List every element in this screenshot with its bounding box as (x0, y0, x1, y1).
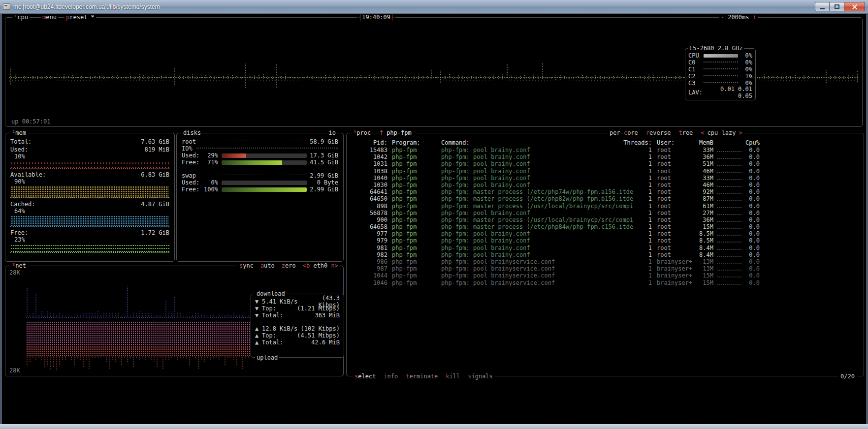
process-mem-meter (717, 175, 741, 180)
process-row[interactable]: 1044 php-fpm php-fpm: pool brainyservice… (347, 272, 864, 279)
net-upload-graph (26, 318, 252, 373)
download-arrow-icon: ▼ (255, 305, 262, 312)
cstate-meter (704, 75, 738, 76)
process-row[interactable]: 64658 php-fpm php-fpm: master process (/… (347, 223, 864, 230)
preset-button[interactable]: preset * (64, 14, 96, 21)
disk-used-row: Used:29% 17.3 GiB (182, 152, 338, 159)
tab-per-core[interactable]: per-core (610, 129, 638, 136)
swap-used-bar (222, 181, 307, 185)
maximize-icon (835, 4, 839, 9)
window-titlebar[interactable]: mc [root@ub24.itdeveloper.com.ua]:/lib/s… (0, 0, 868, 14)
process-filter-input[interactable]: fphp-fpm_ (378, 129, 417, 136)
process-mem-meter (717, 182, 741, 187)
upload-stat-row: ▲ Total: 42.6 MiB (255, 339, 340, 346)
process-row[interactable]: 64641 php-fpm php-fpm: master process (/… (347, 188, 864, 195)
info-button[interactable]: info (384, 373, 398, 380)
process-row[interactable]: 987 php-fpm php-fpm: pool brainyservice.… (347, 265, 864, 272)
tab-reverse[interactable]: reverse (646, 129, 671, 136)
process-row[interactable]: 986 php-fpm php-fpm: pool brainyservice.… (347, 258, 864, 265)
disk-free-row: Free:71% 41.5 GiB (182, 159, 338, 166)
disk-io-row: IO% (182, 145, 338, 152)
download-stat-row: ▼ 5.41 KiB/s (43.3 Kibps) (255, 298, 340, 305)
terminal-area: ¹cpu menu preset * ┤19:40:09├ - 2000ms +… (2, 14, 866, 424)
net-zero-toggle[interactable]: zero (282, 262, 296, 269)
disks-stats: root58.9 GiB IO% Used:29% 17.3 GiB Free:… (182, 138, 338, 193)
download-stat-row: ▼ Top: (1.21 Mibps) (255, 305, 340, 312)
mem-available-percent: 90% (10, 178, 169, 185)
network-panel-title: ³net (10, 262, 28, 269)
net-download-graph (26, 270, 252, 318)
memory-panel: ²mem Total:7.63 GiB Used:819 MiB 10% Ava… (5, 133, 175, 262)
kill-button[interactable]: kill (446, 373, 460, 380)
process-row[interactable]: 979 php-fpm php-fpm: pool brainy.conf 1 … (347, 237, 864, 244)
sort-prev-arrow[interactable]: < (701, 129, 704, 136)
process-mem-meter (717, 230, 741, 236)
process-mem-meter (717, 168, 741, 173)
sort-next-arrow[interactable]: > (739, 129, 742, 136)
process-panel-title: ⁴proc (352, 129, 372, 136)
mem-free-row: Free:1.72 GiB (10, 229, 169, 236)
cstate-meter (704, 82, 738, 83)
process-row[interactable]: 1031 php-fpm php-fpm: pool brainy.conf 1… (347, 160, 864, 167)
process-mem-meter (717, 223, 741, 229)
upload-arrow-icon: ▲ (255, 332, 262, 339)
disk-io-toggle[interactable]: io (327, 129, 337, 136)
process-row[interactable]: 1040 php-fpm php-fpm: pool brainy.conf 1… (347, 175, 864, 182)
process-mem-meter (717, 265, 741, 271)
mem-cached-row: Cached:4.87 GiB (10, 201, 169, 208)
net-sync-toggle[interactable]: sync (239, 262, 254, 269)
process-row[interactable]: 1042 php-fpm php-fpm: pool brainy.conf 1… (347, 153, 864, 160)
process-row[interactable]: 982 php-fpm php-fpm: pool brainy.conf 1 … (347, 251, 864, 258)
process-row[interactable]: 56878 php-fpm php-fpm: pool brainy.conf … (347, 210, 864, 216)
process-row[interactable]: 1030 php-fpm php-fpm: pool brainy.conf 1… (347, 182, 864, 188)
net-scale-bottom: 28K (9, 367, 20, 374)
disk-free-fill (222, 160, 282, 165)
mem-used-graph (10, 161, 169, 169)
swap-free-row: Free:100% 2.99 GiB (182, 186, 338, 193)
minimize-button[interactable] (815, 2, 830, 11)
process-row[interactable]: 898 php-fpm php-fpm: master process (/us… (347, 203, 864, 210)
process-row[interactable]: 900 php-fpm php-fpm: master process (/us… (347, 216, 864, 223)
process-row[interactable]: 15483 php-fpm php-fpm: pool brainy.conf … (347, 147, 864, 153)
maximize-button[interactable] (830, 2, 844, 11)
net-scale-top: 28K (9, 269, 20, 276)
signals-button[interactable]: signals (468, 373, 493, 380)
interval-increase-button[interactable]: + (753, 14, 756, 21)
swap-row: swap2.99 GiB (182, 172, 338, 179)
mem-free-percent: 23% (10, 236, 169, 243)
swap-used-row: Used:0% 0 Byte (182, 179, 338, 186)
net-auto-toggle[interactable]: auto (260, 262, 275, 269)
swap-free-fill (222, 187, 307, 192)
process-tabs: per-core reverse tree <cpu lazy> (608, 129, 744, 136)
mem-available-graph (10, 186, 169, 198)
mem-cached-percent: 64% (10, 208, 169, 214)
process-row[interactable]: 1038 php-fpm php-fpm: pool brainy.conf 1… (347, 168, 864, 175)
net-interface-selector[interactable]: <b eth0 n> (303, 262, 338, 269)
cstate-meter (704, 68, 738, 69)
network-toggles: sync auto zero <b eth0 n> (237, 262, 340, 269)
process-table: Pid: Program: Command: Threads: User: Me… (347, 139, 864, 371)
net-info-rows: ▼ 5.41 KiB/s (43.3 Kibps) ▼ Top: (1.21 M… (255, 298, 340, 353)
memory-panel-title: ²mem (10, 129, 28, 136)
load-average-row: LAV: 0.01 0.01 0.05 (685, 89, 755, 96)
tab-tree[interactable]: tree (678, 129, 693, 136)
interval-decrease-button[interactable]: - (721, 14, 724, 21)
sort-selector[interactable]: <cpu lazy> (701, 129, 742, 136)
disk-free-bar (222, 160, 307, 165)
terminate-button[interactable]: terminate (406, 373, 438, 380)
net-upload-block-red (26, 346, 252, 356)
application-window: mc [root@ub24.itdeveloper.com.ua]:/lib/s… (0, 0, 868, 429)
select-button[interactable]: select (354, 373, 376, 380)
uptime-label: up 00:57:01 (11, 118, 50, 125)
net-upload-block (26, 321, 252, 346)
process-row[interactable]: 977 php-fpm php-fpm: pool brainy.conf 1 … (347, 230, 864, 237)
cpu-model-title: E5-2680 2.8 GHz (688, 45, 744, 52)
menu-button[interactable]: menu (41, 14, 58, 21)
process-row[interactable]: 64650 php-fpm php-fpm: master process (/… (347, 195, 864, 202)
process-mem-meter (717, 147, 741, 152)
mem-free-graph (10, 244, 169, 253)
process-mem-meter (717, 195, 741, 201)
close-button[interactable] (844, 2, 865, 11)
process-row[interactable]: 1046 php-fpm php-fpm: pool brainyservice… (347, 279, 864, 286)
process-row[interactable]: 981 php-fpm php-fpm: pool brainy.conf 1 … (347, 245, 864, 251)
